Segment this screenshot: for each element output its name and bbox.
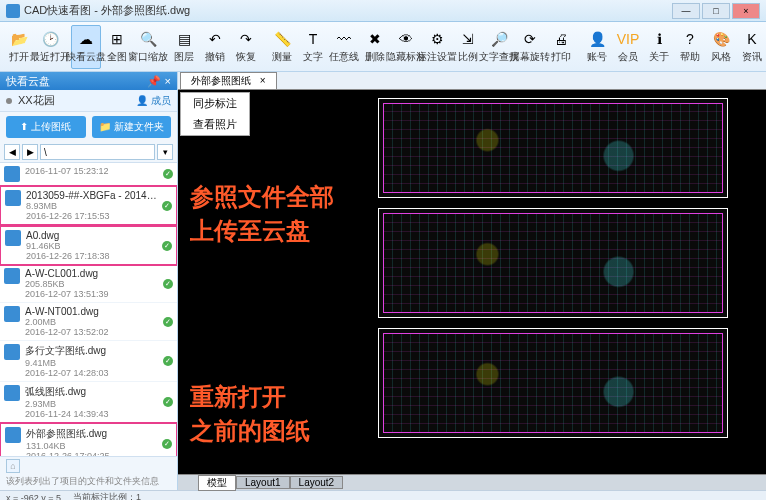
toolbar-账号[interactable]: 👤账号: [582, 25, 612, 69]
panel-title: 快看云盘: [6, 74, 147, 89]
maximize-button[interactable]: □: [702, 3, 730, 19]
关于-icon: ℹ: [649, 29, 669, 49]
toolbar-关于[interactable]: ℹ关于: [644, 25, 674, 69]
plan-view-1: [378, 98, 728, 198]
标注设置-icon: ⚙: [427, 29, 447, 49]
toolbar-测量[interactable]: 📏测量: [267, 25, 297, 69]
file-icon: [5, 190, 21, 206]
statusbar: x = -962 y = 5 当前标注比例：1: [0, 490, 766, 500]
快看云盘-icon: ☁: [76, 29, 96, 49]
path-input[interactable]: \: [40, 144, 155, 160]
toolbar-label: 撤销: [205, 50, 225, 64]
window-title: CAD快速看图 - 外部参照图纸.dwg: [24, 3, 672, 18]
drawing-canvas[interactable]: 参照文件全部上传至云盘 重新打开之前的图纸: [178, 90, 766, 474]
file-date: 2016-12-26 17:18:38: [26, 251, 162, 261]
toolbar-label: 会员: [618, 50, 638, 64]
sidebar-footer: ⌂ 该列表列出了项目的文件和文件夹信息: [0, 456, 177, 490]
sync-ok-icon: ✓: [163, 279, 173, 289]
toolbar-label: 比例: [458, 50, 478, 64]
new-folder-button[interactable]: 📁 新建文件夹: [92, 116, 172, 138]
资讯-icon: K: [742, 29, 762, 49]
最近打开-icon: 🕑: [40, 29, 60, 49]
file-item[interactable]: A-W-CL001.dwg205.85KB2016-12-07 13:51:39…: [0, 265, 177, 303]
minimize-button[interactable]: —: [672, 3, 700, 19]
toolbar-帮助[interactable]: ?帮助: [675, 25, 705, 69]
打印-icon: 🖨: [551, 29, 571, 49]
file-date: 2016-11-24 14:39:43: [25, 409, 163, 419]
layout-tab[interactable]: Layout2: [290, 476, 344, 489]
document-tabs: 外部参照图纸 ×: [178, 72, 766, 90]
panel-header: 快看云盘 📌 ×: [0, 72, 177, 90]
file-size: 2.00MB: [25, 317, 163, 327]
nav-drop-button[interactable]: ▾: [157, 144, 173, 160]
tab-close-icon[interactable]: ×: [260, 75, 266, 86]
toolbar-撤销[interactable]: ↶撤销: [200, 25, 230, 69]
toolbar-风格[interactable]: 🎨风格: [706, 25, 736, 69]
file-icon: [5, 427, 21, 443]
file-icon: [5, 230, 21, 246]
plan-view-3: [378, 328, 728, 438]
toolbar-打印[interactable]: 🖨打印: [546, 25, 576, 69]
nav-fwd-button[interactable]: ▶: [22, 144, 38, 160]
file-size: 91.46KB: [26, 241, 162, 251]
member-link[interactable]: 👤 成员: [136, 94, 171, 108]
隐藏标注-icon: 👁: [396, 29, 416, 49]
project-row[interactable]: XX花园 👤 成员: [0, 90, 177, 112]
file-size: 131.04KB: [26, 441, 162, 451]
toolbar-label: 风格: [711, 50, 731, 64]
文字-icon: T: [303, 29, 323, 49]
upload-button[interactable]: ⬆ 上传图纸: [6, 116, 86, 138]
layout-tab[interactable]: Layout1: [236, 476, 290, 489]
file-item[interactable]: A-W-NT001.dwg2.00MB2016-12-07 13:52:02✓: [0, 303, 177, 341]
file-icon: [4, 344, 20, 360]
tab-drawing[interactable]: 外部参照图纸 ×: [180, 72, 277, 89]
toolbar-窗口缩放[interactable]: 🔍窗口缩放: [133, 25, 163, 69]
panel-pin-icon[interactable]: 📌: [147, 75, 161, 88]
toolbar-任意线[interactable]: 〰任意线: [329, 25, 359, 69]
toolbar-快看云盘[interactable]: ☁快看云盘: [71, 25, 101, 69]
file-icon: [4, 385, 20, 401]
任意线-icon: 〰: [334, 29, 354, 49]
toolbar-屏幕旋转[interactable]: ⟳屏幕旋转: [515, 25, 545, 69]
toolbar-label: 帮助: [680, 50, 700, 64]
layout-tab[interactable]: 模型: [198, 475, 236, 491]
file-item[interactable]: 2013059-##-XBGFa - 20140623.dwg8.93MB201…: [0, 185, 177, 226]
toolbar-资讯[interactable]: K资讯: [737, 25, 766, 69]
file-item[interactable]: A0.dwg91.46KB2016-12-26 17:18:38✓: [0, 225, 177, 266]
file-name: A-W-CL001.dwg: [25, 268, 163, 279]
toolbar-label: 打开: [9, 50, 29, 64]
home-icon[interactable]: ⌂: [6, 459, 20, 473]
file-name: 外部参照图纸.dwg: [26, 427, 162, 441]
file-name: 多行文字图纸.dwg: [25, 344, 163, 358]
toolbar-图层[interactable]: ▤图层: [169, 25, 199, 69]
toolbar-最近打开[interactable]: 🕑最近打开: [35, 25, 65, 69]
plan-view-2: [378, 208, 728, 318]
sync-ok-icon: ✓: [163, 356, 173, 366]
file-item[interactable]: 2016-11-07 15:23:12✓: [0, 163, 177, 186]
删除-icon: ✖: [365, 29, 385, 49]
file-item[interactable]: 弧线图纸.dwg2.93MB2016-11-24 14:39:43✓: [0, 382, 177, 423]
风格-icon: 🎨: [711, 29, 731, 49]
toolbar-恢复[interactable]: ↷恢复: [231, 25, 261, 69]
panel-close-icon[interactable]: ×: [165, 75, 171, 87]
窗口缩放-icon: 🔍: [138, 29, 158, 49]
toolbar-label: 打印: [551, 50, 571, 64]
context-item[interactable]: 同步标注: [181, 93, 249, 114]
toolbar-标注设置[interactable]: ⚙标注设置: [422, 25, 452, 69]
file-item[interactable]: 外部参照图纸.dwg131.04KB2016-12-26 17:04:25✓: [0, 422, 177, 456]
toolbar-label: 文字: [303, 50, 323, 64]
toolbar-会员[interactable]: VIP会员: [613, 25, 643, 69]
nav-row: ◀ ▶ \ ▾: [0, 142, 177, 163]
nav-back-button[interactable]: ◀: [4, 144, 20, 160]
close-button[interactable]: ×: [732, 3, 760, 19]
file-icon: [4, 166, 20, 182]
toolbar-label: 标注设置: [417, 50, 457, 64]
toolbar-label: 恢复: [236, 50, 256, 64]
toolbar-label: 删除: [365, 50, 385, 64]
app-icon: [6, 4, 20, 18]
context-item[interactable]: 查看照片: [181, 114, 249, 135]
file-item[interactable]: 多行文字图纸.dwg9.41MB2016-12-07 14:28:03✓: [0, 341, 177, 382]
project-dot-icon: [6, 98, 12, 104]
toolbar-文字[interactable]: T文字: [298, 25, 328, 69]
测量-icon: 📏: [272, 29, 292, 49]
